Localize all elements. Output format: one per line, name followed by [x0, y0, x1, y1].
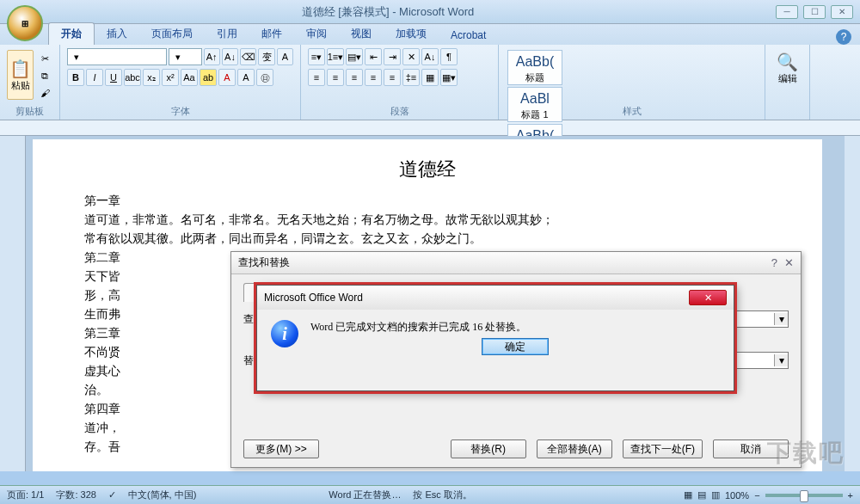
ribbon-tabs: 开始 插入 页面布局 引用 邮件 审阅 视图 加载项 Acrobat ? [0, 24, 860, 45]
close-button[interactable]: ✕ [831, 5, 853, 19]
alert-ok-button[interactable]: 确定 [482, 338, 549, 355]
find-icon[interactable]: 🔍 [772, 52, 802, 72]
office-button[interactable]: ⊞ [7, 5, 43, 41]
subscript-button[interactable]: x₂ [143, 69, 160, 86]
tab-addins[interactable]: 加载项 [384, 23, 439, 45]
tab-review[interactable]: 审阅 [294, 23, 339, 45]
clear-format-button[interactable]: ⌫ [240, 48, 256, 65]
info-icon: i [271, 320, 298, 347]
grow-font-button[interactable]: A↑ [204, 48, 220, 65]
font-family-combo[interactable]: ▾ [67, 48, 167, 65]
vertical-scrollbar[interactable] [845, 136, 860, 471]
clipboard-icon: 📋 [9, 58, 31, 79]
replace-button[interactable]: 替换(R) [451, 439, 526, 458]
style-name: 标题 [525, 72, 544, 83]
dialog-titlebar[interactable]: 查找和替换 ? ✕ [231, 252, 801, 274]
dialog-help-button[interactable]: ? [771, 256, 777, 269]
strike-button[interactable]: abc [124, 69, 141, 86]
tab-mail[interactable]: 邮件 [249, 23, 294, 45]
view-read-icon[interactable]: ▤ [697, 489, 706, 501]
indent-dec-button[interactable]: ⇤ [365, 48, 382, 65]
align-center-button[interactable]: ≡ [327, 69, 344, 86]
shrink-font-button[interactable]: A↓ [222, 48, 238, 65]
tab-insert[interactable]: 插入 [95, 23, 139, 45]
cut-button[interactable]: ✂ [37, 53, 52, 67]
multilevel-button[interactable]: ▤▾ [346, 48, 363, 65]
dropdown-icon[interactable]: ▾ [774, 313, 788, 325]
vertical-ruler[interactable] [0, 136, 26, 471]
line-spacing-button[interactable]: ‡≡ [402, 69, 420, 86]
view-print-icon[interactable]: ▦ [684, 489, 692, 501]
zoom-out-button[interactable]: − [754, 490, 759, 501]
watermark: 下载吧 [767, 437, 845, 470]
more-button[interactable]: 更多(M) >> [243, 439, 319, 458]
enclose-char-button[interactable]: ㊐ [256, 69, 273, 86]
doc-line: 第一章 [84, 191, 771, 210]
change-case-button[interactable]: Aa [181, 69, 198, 86]
find-next-button[interactable]: 查找下一处(F) [623, 439, 703, 458]
group-styles-label: 样式 [499, 105, 765, 118]
alert-titlebar[interactable]: Microsoft Office Word ✕ [257, 286, 734, 310]
maximize-button[interactable]: ☐ [803, 5, 826, 19]
zoom-in-button[interactable]: + [848, 490, 853, 501]
justify-button[interactable]: ≡ [365, 69, 382, 86]
phonetic-button[interactable]: 变 [258, 48, 274, 65]
alert-message: Word 已完成对文档的搜索并已完成 16 处替换。 [310, 320, 720, 335]
char-shading-button[interactable]: A [237, 69, 255, 86]
help-icon[interactable]: ? [836, 29, 851, 45]
ruler[interactable] [0, 120, 860, 136]
tab-layout[interactable]: 页面布局 [139, 23, 205, 45]
sort-button[interactable]: A↓ [421, 48, 439, 65]
view-web-icon[interactable]: ▥ [711, 489, 720, 501]
dropdown-icon[interactable]: ▾ [774, 354, 788, 366]
style-title[interactable]: AaBb( 标题 [507, 50, 562, 85]
group-para-label: 段落 [301, 105, 498, 118]
dialog-close-button[interactable]: ✕ [784, 256, 794, 269]
align-left-button[interactable]: ≡ [308, 69, 325, 86]
superscript-button[interactable]: x² [162, 69, 179, 86]
group-edit-label: 编辑 [772, 72, 802, 85]
replace-all-button[interactable]: 全部替换(A) [537, 439, 612, 458]
bullets-button[interactable]: ≡▾ [308, 48, 325, 65]
copy-button[interactable]: ⧉ [37, 71, 52, 84]
tab-references[interactable]: 引用 [205, 23, 249, 45]
status-lang[interactable]: 中文(简体, 中国) [128, 489, 196, 501]
paste-button[interactable]: 📋 粘贴 [7, 50, 34, 100]
alert-title: Microsoft Office Word [264, 292, 363, 304]
italic-button[interactable]: I [86, 69, 103, 86]
char-border-button[interactable]: A [277, 48, 293, 65]
numbering-button[interactable]: 1≡▾ [327, 48, 344, 65]
tab-acrobat[interactable]: Acrobat [439, 26, 498, 45]
zoom-value[interactable]: 100% [725, 490, 749, 501]
status-page[interactable]: 页面: 1/1 [7, 489, 44, 501]
status-center: Word 正在替换… [329, 489, 401, 501]
tab-view[interactable]: 视图 [339, 23, 384, 45]
style-preview: AaBb( [508, 54, 562, 70]
paste-label: 粘贴 [11, 79, 30, 92]
font-color-button[interactable]: A [218, 69, 236, 86]
distribute-button[interactable]: ≡ [384, 69, 401, 86]
underline-button[interactable]: U [105, 69, 122, 86]
doc-line: 常有欲以观其徼。此两者，同出而异名，同谓之玄。玄之又玄，众妙之门。 [84, 229, 771, 248]
zoom-slider[interactable] [765, 494, 843, 497]
shading-button[interactable]: ▦ [421, 69, 439, 86]
bold-button[interactable]: B [67, 69, 84, 86]
align-right-button[interactable]: ≡ [346, 69, 363, 86]
asian-layout-button[interactable]: ✕ [402, 48, 420, 65]
format-painter-button[interactable]: 🖌 [37, 88, 52, 101]
status-esc: 按 Esc 取消。 [413, 489, 471, 501]
window-controls: ─ ☐ ✕ [776, 5, 860, 19]
status-proof-icon[interactable]: ✓ [108, 489, 116, 501]
highlight-button[interactable]: ab [200, 69, 217, 86]
tab-home[interactable]: 开始 [48, 22, 95, 45]
font-size-combo[interactable]: ▾ [169, 48, 202, 65]
alert-close-button[interactable]: ✕ [689, 290, 727, 305]
doc-title: 道德经 [84, 160, 771, 179]
dialog-title: 查找和替换 [238, 255, 290, 270]
borders-button[interactable]: ▦▾ [440, 69, 458, 86]
minimize-button[interactable]: ─ [776, 5, 798, 19]
show-marks-button[interactable]: ¶ [440, 48, 458, 65]
status-words[interactable]: 字数: 328 [56, 489, 95, 501]
indent-inc-button[interactable]: ⇥ [384, 48, 401, 65]
group-font-label: 字体 [60, 105, 300, 118]
